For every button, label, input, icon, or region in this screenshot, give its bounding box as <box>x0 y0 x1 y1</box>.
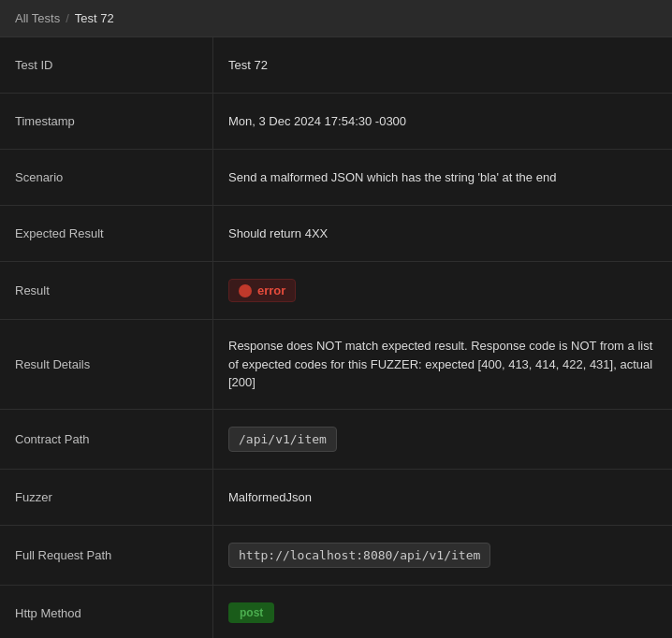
row-label-result: Result <box>0 262 213 319</box>
row-value-result-details: Response does NOT match expected result.… <box>213 320 672 409</box>
row-label-scenario: Scenario <box>0 150 213 205</box>
row-label-fuzzer: Fuzzer <box>0 470 213 525</box>
error-badge: error <box>228 279 296 302</box>
row-label-timestamp: Timestamp <box>0 94 213 149</box>
row-value-test-id: Test 72 <box>213 37 672 93</box>
row-label-full-request-path: Full Request Path <box>0 526 213 585</box>
row-value-expected-result: Should return 4XX <box>213 206 672 261</box>
table-row: Fuzzer MalformedJson <box>0 470 672 526</box>
table-row: Test ID Test 72 <box>0 37 672 94</box>
row-value-fuzzer: MalformedJson <box>213 470 672 525</box>
row-label-test-id: Test ID <box>0 37 213 93</box>
row-value-http-method: post <box>213 586 672 639</box>
table-row: Result error <box>0 262 672 320</box>
row-value-full-request-path: http://localhost:8080/api/v1/item <box>213 526 672 585</box>
row-label-expected-result: Expected Result <box>0 206 213 261</box>
main-table: Test ID Test 72 Timestamp Mon, 3 Dec 202… <box>0 37 672 638</box>
http-method-badge: post <box>228 602 274 623</box>
contract-path-badge: /api/v1/item <box>228 427 337 452</box>
row-value-scenario: Send a malformed JSON which has the stri… <box>213 150 672 205</box>
table-row: Scenario Send a malformed JSON which has… <box>0 150 672 206</box>
table-row: Contract Path /api/v1/item <box>0 410 672 470</box>
row-label-contract-path: Contract Path <box>0 410 213 469</box>
table-row: Full Request Path http://localhost:8080/… <box>0 526 672 586</box>
breadcrumb-separator: / <box>66 11 69 25</box>
table-row: Result Details Response does NOT match e… <box>0 320 672 410</box>
row-label-result-details: Result Details <box>0 320 213 409</box>
table-row: Http Method post <box>0 586 672 639</box>
breadcrumb-bar: All Tests / Test 72 <box>0 0 672 37</box>
breadcrumb-all-tests[interactable]: All Tests <box>15 11 60 25</box>
row-label-http-method: Http Method <box>0 586 213 639</box>
full-request-badge: http://localhost:8080/api/v1/item <box>228 543 490 568</box>
row-value-result: error <box>213 262 672 319</box>
breadcrumb-current: Test 72 <box>75 11 114 25</box>
row-value-timestamp: Mon, 3 Dec 2024 17:54:30 -0300 <box>213 94 672 149</box>
row-value-contract-path: /api/v1/item <box>213 410 672 469</box>
error-label: error <box>257 283 285 297</box>
error-dot <box>239 284 252 297</box>
table-row: Timestamp Mon, 3 Dec 2024 17:54:30 -0300 <box>0 94 672 150</box>
table-row: Expected Result Should return 4XX <box>0 206 672 262</box>
